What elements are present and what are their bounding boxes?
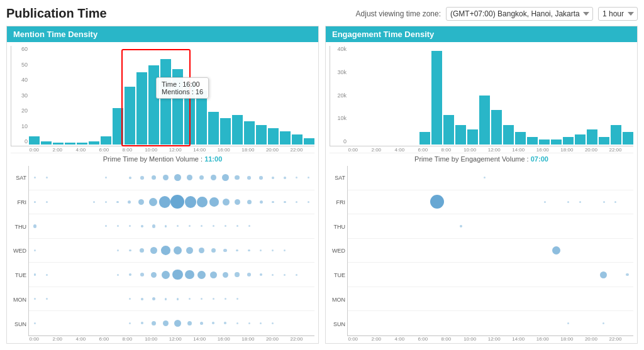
bar[interactable]	[244, 121, 255, 145]
bubble-cell	[172, 174, 184, 181]
bubble-dot	[430, 195, 444, 209]
bubble-dot	[235, 272, 239, 276]
bar[interactable]	[101, 136, 111, 145]
bubble-cell	[219, 298, 231, 300]
bubble-day-label: WED	[330, 248, 345, 254]
bubble-x-label	[110, 336, 122, 342]
bubble-cell	[597, 271, 609, 278]
bubble-dot	[248, 322, 250, 324]
bar[interactable]	[623, 132, 633, 145]
bubble-dot	[129, 322, 131, 324]
bar[interactable]	[113, 108, 123, 145]
bar[interactable]	[89, 141, 99, 145]
bar[interactable]	[455, 125, 466, 145]
bubble-dot	[34, 322, 36, 324]
bar[interactable]	[539, 139, 550, 145]
bubble-dot	[222, 174, 229, 181]
bubble-x-label	[206, 336, 218, 342]
bubble-cell	[136, 322, 148, 324]
bubble-cell	[136, 248, 148, 253]
x-label: 8:00	[121, 147, 133, 153]
x-label	[501, 147, 513, 153]
bubble-dot	[174, 246, 182, 254]
bubble-cell	[303, 177, 314, 178]
bubble-cell	[112, 225, 124, 227]
bar[interactable]	[41, 141, 52, 145]
bubble-cell	[172, 225, 184, 227]
right-bubble-y-labels: SATFRITHUWEDTUEMONSUN	[330, 166, 347, 336]
bar[interactable]	[479, 96, 490, 145]
bubble-cell	[231, 249, 243, 252]
y-label: 30k	[330, 69, 347, 75]
bubble-row	[29, 263, 314, 287]
bar[interactable]	[419, 132, 430, 145]
bar[interactable]	[292, 134, 303, 145]
bubble-x-label	[549, 336, 561, 342]
bar[interactable]	[587, 129, 597, 145]
timezone-select[interactable]: (GMT+07:00) Bangkok, Hanoi, Jakarta	[446, 7, 593, 21]
hour-select[interactable]: 1 hour	[598, 7, 638, 21]
bar[interactable]	[125, 87, 135, 145]
bar[interactable]	[220, 118, 231, 145]
bar[interactable]	[77, 143, 87, 145]
bubble-cell	[267, 322, 279, 324]
bar[interactable]	[599, 137, 609, 145]
bubble-cell	[29, 177, 41, 178]
x-label: 14:00	[512, 147, 525, 153]
bubble-day-label: THU	[330, 224, 345, 230]
bubble-x-label: 6:00	[98, 336, 110, 342]
bar[interactable]	[29, 136, 40, 145]
bubble-cell	[550, 246, 562, 254]
bubble-dot	[34, 177, 36, 178]
x-label	[525, 147, 536, 153]
bar[interactable]	[491, 110, 502, 145]
bubble-cell	[148, 297, 160, 301]
bubble-x-label: 22:00	[609, 336, 621, 342]
bubble-x-label	[87, 336, 99, 342]
bubble-row	[29, 239, 314, 263]
x-label	[621, 147, 633, 153]
bubble-x-label: 18:00	[242, 336, 254, 342]
bar[interactable]	[256, 125, 267, 145]
bar[interactable]	[280, 131, 291, 145]
bar[interactable]	[136, 72, 147, 145]
bar[interactable]	[53, 143, 64, 145]
bar[interactable]	[503, 125, 514, 145]
bar[interactable]	[515, 132, 526, 145]
bar[interactable]	[467, 129, 478, 145]
bubble-cell	[562, 322, 574, 324]
bar[interactable]	[431, 51, 442, 145]
bubble-cell	[148, 175, 160, 180]
bubble-dot	[201, 225, 203, 227]
bubble-day-label: WED	[11, 248, 26, 254]
bubble-cell	[147, 198, 159, 206]
bubble-cell	[136, 176, 148, 180]
bubble-cell	[29, 322, 41, 324]
bubble-cell	[41, 177, 53, 178]
x-label	[64, 147, 75, 153]
bar[interactable]	[268, 128, 279, 145]
bubble-x-label	[254, 336, 266, 342]
bubble-dot	[211, 248, 216, 253]
bar[interactable]	[575, 134, 586, 145]
y-label: 60	[11, 46, 28, 52]
bar[interactable]	[443, 115, 454, 145]
bubble-cell	[184, 270, 196, 280]
bar[interactable]	[551, 139, 562, 145]
y-label: 30	[11, 92, 28, 99]
bubble-cell	[148, 247, 160, 254]
bar[interactable]	[304, 138, 314, 145]
bar[interactable]	[527, 137, 538, 145]
bar[interactable]	[160, 59, 171, 145]
right-prime-time-value: 07:00	[531, 155, 548, 163]
bar[interactable]	[65, 143, 75, 145]
y-label: 0	[330, 138, 347, 145]
right-bubble-x-labels: 0:002:004:006:008:0010:0012:0014:0016:00…	[347, 336, 633, 342]
bubble-cell	[208, 248, 219, 253]
bubble-cell	[112, 274, 124, 276]
bar[interactable]	[232, 115, 243, 145]
bar[interactable]	[611, 125, 621, 145]
bar[interactable]	[208, 112, 219, 145]
bar[interactable]	[563, 137, 574, 145]
bubble-dot	[152, 175, 156, 180]
